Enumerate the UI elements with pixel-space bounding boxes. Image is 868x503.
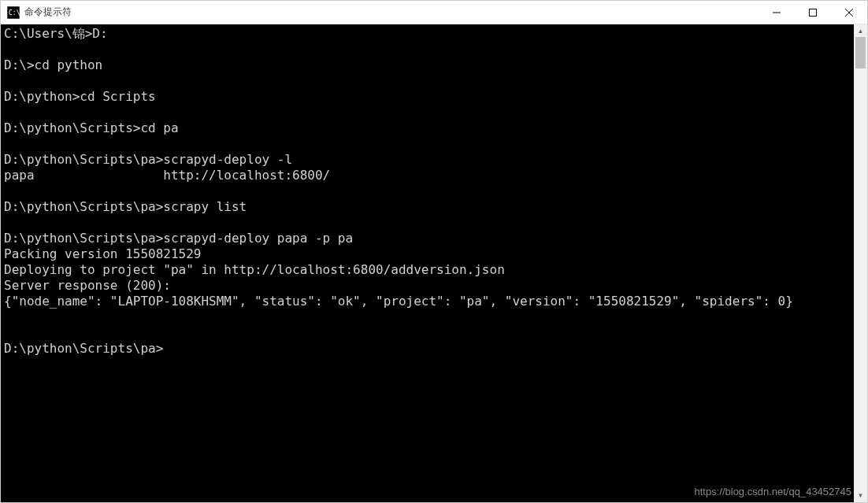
terminal-line: D:\python\Scripts\pa>scrapyd-deploy -l xyxy=(4,152,851,168)
scroll-down-arrow[interactable]: ▼ xyxy=(854,489,867,502)
titlebar-controls xyxy=(759,1,867,24)
vertical-scrollbar[interactable]: ▲ ▼ xyxy=(854,24,867,502)
terminal-line: C:\Users\锦>D: xyxy=(4,26,851,42)
terminal-line: Packing version 1550821529 xyxy=(4,246,851,262)
terminal-wrapper: C:\Users\锦>D: D:\>cd python D:\python>cd… xyxy=(1,24,867,502)
terminal-line xyxy=(4,215,851,231)
terminal-line xyxy=(4,73,851,89)
terminal-line: Server response (200): xyxy=(4,278,851,294)
terminal-line: D:\python\Scripts>cd pa xyxy=(4,120,851,136)
command-prompt-window: C:\ 命令提示符 C:\Users\锦>D: D:\>cd python D:… xyxy=(0,0,868,503)
watermark-text: https://blog.csdn.net/qq_43452745 xyxy=(695,486,852,497)
terminal-line xyxy=(4,105,851,120)
terminal-line: {"node_name": "LAPTOP-108KHSMM", "status… xyxy=(4,294,851,309)
terminal-line: D:\python>cd Scripts xyxy=(4,89,851,105)
terminal-line xyxy=(4,136,851,152)
terminal-line: papa http://localhost:6800/ xyxy=(4,168,851,183)
terminal-output[interactable]: C:\Users\锦>D: D:\>cd python D:\python>cd… xyxy=(1,24,854,502)
close-button[interactable] xyxy=(831,1,867,24)
minimize-button[interactable] xyxy=(759,1,795,24)
terminal-line xyxy=(4,325,851,341)
terminal-line: Deploying to project "pa" in http://loca… xyxy=(4,262,851,278)
terminal-line xyxy=(4,309,851,325)
terminal-line: D:\python\Scripts\pa>scrapyd-deploy papa… xyxy=(4,231,851,246)
scrollbar-thumb[interactable] xyxy=(855,37,866,68)
maximize-button[interactable] xyxy=(795,1,831,24)
terminal-line: D:\python\Scripts\pa> xyxy=(4,341,851,357)
terminal-line: D:\python\Scripts\pa>scrapy list xyxy=(4,199,851,215)
terminal-line: D:\>cd python xyxy=(4,57,851,73)
titlebar[interactable]: C:\ 命令提示符 xyxy=(1,1,867,24)
terminal-line xyxy=(4,42,851,57)
svg-text:C:\: C:\ xyxy=(9,9,20,17)
window-title: 命令提示符 xyxy=(24,6,759,19)
scroll-up-arrow[interactable]: ▲ xyxy=(854,24,867,38)
terminal-line xyxy=(4,183,851,199)
cmd-icon: C:\ xyxy=(7,6,20,19)
svg-rect-3 xyxy=(810,9,817,16)
